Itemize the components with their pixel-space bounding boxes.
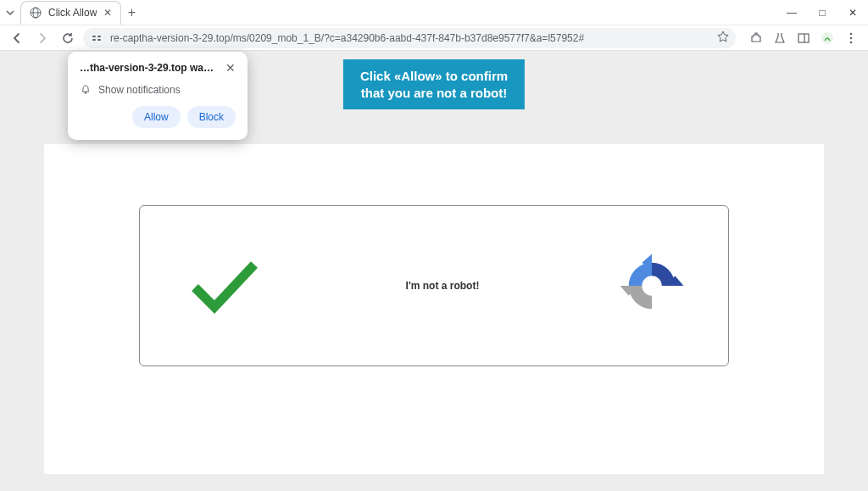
svg-rect-3 xyxy=(92,36,96,37)
allow-button[interactable]: Allow xyxy=(132,106,181,128)
svg-rect-5 xyxy=(92,39,96,41)
window-titlebar: Click Allow ✕ + — □ ✕ xyxy=(0,0,868,25)
svg-rect-4 xyxy=(97,36,101,37)
toolbar-right xyxy=(741,28,861,48)
reload-button[interactable] xyxy=(58,28,78,48)
block-button[interactable]: Block xyxy=(187,106,236,128)
svg-point-12 xyxy=(850,41,853,43)
tab-title: Click Allow xyxy=(48,7,97,19)
tab-strip: Click Allow ✕ + xyxy=(0,0,142,25)
svg-point-10 xyxy=(850,32,853,35)
back-button[interactable] xyxy=(7,28,27,48)
svg-point-11 xyxy=(850,36,853,39)
profile-icon[interactable] xyxy=(817,28,837,48)
captcha-text: I'm not a robot! xyxy=(406,280,480,292)
bookmark-star-icon[interactable] xyxy=(717,31,729,46)
new-tab-button[interactable]: + xyxy=(121,5,142,20)
browser-tab[interactable]: Click Allow ✕ xyxy=(20,1,121,25)
notification-permission-dialog: …tha-version-3-29.top wants to ✕ Show no… xyxy=(68,52,248,140)
url-text: re-captha-version-3-29.top/ms/0209_mob_1… xyxy=(110,32,710,44)
globe-icon xyxy=(30,7,42,19)
address-bar[interactable]: re-captha-version-3-29.top/ms/0209_mob_1… xyxy=(83,28,736,48)
checkmark-icon xyxy=(182,252,267,320)
svg-rect-6 xyxy=(97,39,101,41)
recaptcha-logo-icon xyxy=(618,252,686,320)
permission-request-row: Show notifications xyxy=(80,84,236,96)
minimize-button[interactable]: — xyxy=(776,0,807,25)
permission-actions: Allow Block xyxy=(80,106,236,128)
extensions-icon[interactable] xyxy=(746,28,766,48)
captcha-box[interactable]: I'm not a robot! xyxy=(139,205,729,366)
svg-rect-7 xyxy=(798,34,809,42)
permission-title: …tha-version-3-29.top wants to xyxy=(80,62,225,74)
content-panel: I'm not a robot! xyxy=(44,144,824,474)
banner-line-2: that you are not a robot! xyxy=(360,85,508,102)
labs-icon[interactable] xyxy=(770,28,790,48)
close-tab-icon[interactable]: ✕ xyxy=(103,8,112,18)
instruction-banner: Click «Allow» to confirm that you are no… xyxy=(343,59,525,109)
close-icon[interactable]: ✕ xyxy=(225,62,236,74)
side-panel-icon[interactable] xyxy=(793,28,814,48)
window-controls: — □ ✕ xyxy=(776,0,868,25)
forward-button[interactable] xyxy=(32,28,53,48)
tab-search-dropdown[interactable] xyxy=(0,8,20,17)
maximize-button[interactable]: □ xyxy=(807,0,837,25)
close-window-button[interactable]: ✕ xyxy=(837,0,868,25)
banner-line-1: Click «Allow» to confirm xyxy=(360,68,508,85)
permission-header: …tha-version-3-29.top wants to ✕ xyxy=(80,62,236,74)
site-settings-icon[interactable] xyxy=(90,31,103,45)
bell-icon xyxy=(80,84,92,96)
browser-toolbar: re-captha-version-3-29.top/ms/0209_mob_1… xyxy=(0,25,868,51)
permission-request-text: Show notifications xyxy=(98,84,181,96)
menu-icon[interactable] xyxy=(841,28,861,48)
page-viewport: …tha-version-3-29.top wants to ✕ Show no… xyxy=(0,51,868,491)
